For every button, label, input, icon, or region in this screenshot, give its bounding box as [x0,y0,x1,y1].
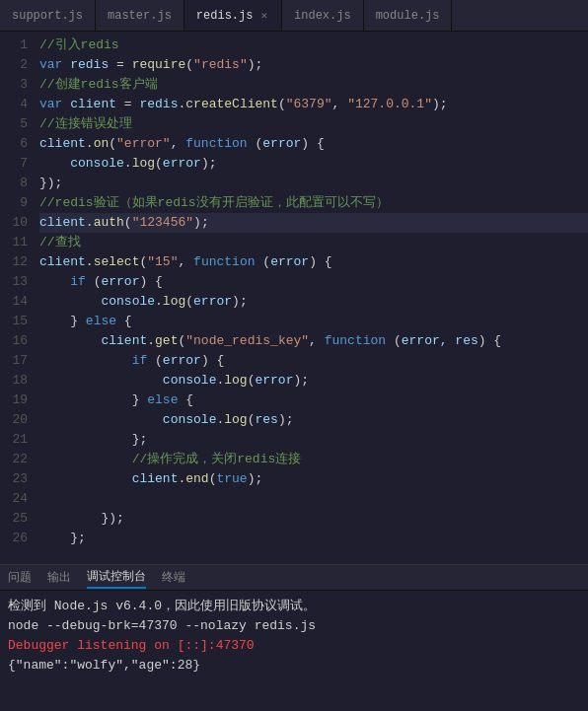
code-line-11: //查找 [39,233,588,252]
bottom-panel: 问题 输出 调试控制台 终端 检测到 Node.js v6.4.0，因此使用旧版… [0,564,588,711]
code-line-18: console.log(error); [39,371,588,391]
code-line-9: //redis验证（如果redis没有开启验证，此配置可以不写） [39,193,588,213]
code-line-1: //引入redis [39,36,588,55]
panel-tab-terminal[interactable]: 终端 [162,567,185,588]
code-line-25: }); [39,509,588,529]
code-line-5: //连接错误处理 [39,114,588,134]
code-line-15: } else { [39,312,588,331]
console-line-2: node --debug-brk=47370 --nolazy redis.js [8,616,580,636]
tab-module-label: module.js [376,9,440,23]
tab-redis[interactable]: redis.js ✕ [184,0,282,31]
tab-master[interactable]: master.js [96,0,184,31]
code-line-23: client.end(true); [39,469,588,489]
code-line-3: //创建redis客户端 [39,75,588,95]
code-line-4: var client = redis.createClient("6379", … [39,95,588,114]
panel-tab-problems[interactable]: 问题 [8,567,32,588]
code-line-13: if (error) { [39,272,588,292]
console-output: 检测到 Node.js v6.4.0，因此使用旧版协议调试。 node --de… [0,591,588,681]
code-line-14: console.log(error); [39,292,588,312]
panel-tab-debug[interactable]: 调试控制台 [87,566,146,589]
code-line-19: } else { [39,391,588,410]
code-line-12: client.select("15", function (error) { [39,252,588,272]
code-editor: 1 2 3 4 5 6 7 8 9 10 11 12 13 14 15 16 1… [0,32,588,564]
console-line-3: Debugger listening on [::]:47370 [8,636,580,656]
tab-support-label: support.js [12,9,83,23]
tab-close-icon[interactable]: ✕ [258,9,269,22]
code-line-17: if (error) { [39,351,588,371]
tab-redis-label: redis.js [196,9,254,23]
console-line-4: {"name":"wolfy","age":28} [8,656,580,675]
line-numbers: 1 2 3 4 5 6 7 8 9 10 11 12 13 14 15 16 1… [0,32,36,564]
panel-tab-output[interactable]: 输出 [47,567,71,588]
code-line-20: console.log(res); [39,410,588,430]
code-content[interactable]: //引入redis var redis = require("redis"); … [36,32,588,564]
console-line-1: 检测到 Node.js v6.4.0，因此使用旧版协议调试。 [8,597,580,616]
code-line-6: client.on("error", function (error) { [39,134,588,154]
tab-bar: support.js master.js redis.js ✕ index.js… [0,0,588,32]
tab-index-label: index.js [294,9,351,23]
code-line-26: }; [39,529,588,548]
code-line-8: }); [39,174,588,193]
code-line-10: client.auth("123456"); [39,213,588,233]
tab-module[interactable]: module.js [364,0,453,31]
tab-index[interactable]: index.js [282,0,364,31]
code-line-24 [39,489,588,509]
code-line-7: console.log(error); [39,154,588,174]
tab-master-label: master.js [108,9,172,23]
panel-tab-bar: 问题 输出 调试控制台 终端 [0,565,588,591]
code-line-22: //操作完成，关闭redis连接 [39,450,588,469]
tab-support[interactable]: support.js [0,0,96,31]
code-line-16: client.get("node_redis_key", function (e… [39,331,588,351]
code-line-2: var redis = require("redis"); [39,55,588,75]
code-line-21: }; [39,430,588,450]
